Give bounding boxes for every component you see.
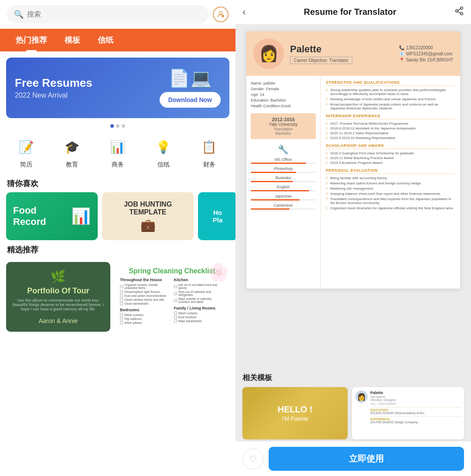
user-icon[interactable]: ID xyxy=(213,7,229,22)
banner-download-btn[interactable]: Download Now xyxy=(160,92,221,108)
email-icon: 📧 xyxy=(399,51,404,56)
award-3: 2015.4 Academic Progress Award xyxy=(326,161,455,165)
spring-item-4: Clean window tracks and sills xyxy=(120,298,171,301)
tour-title: Portfolio Of Tour xyxy=(27,286,89,296)
featured-card-tour[interactable]: 🌿 Portfolio Of Tour Use this album to co… xyxy=(6,262,110,332)
svg-point-5 xyxy=(461,13,463,15)
card-job-hunting[interactable]: JOB HUNTINGTEMPLATE 💼 xyxy=(102,192,194,240)
skills-icon: 🔧 xyxy=(251,144,316,155)
resume-address: 📍 Sandy Bln 15/F,BRIGHT xyxy=(399,58,453,62)
card-food-record[interactable]: FoodRecord 📊 xyxy=(6,192,98,240)
strength-1: Strong leadership qualities,able to sche… xyxy=(326,88,455,96)
search-bar[interactable]: 🔍 xyxy=(7,5,208,24)
info-name: Name: palette xyxy=(251,81,316,85)
featured-card-spring[interactable]: 🌸 Spring Cleaning Checklist Throughout t… xyxy=(115,262,229,332)
food-record-text: FoodRecord xyxy=(13,205,71,228)
cat-finance-label: 财务 xyxy=(203,161,215,169)
edu-degree: Bachelor xyxy=(254,131,312,136)
cat-business-icon: 📊 xyxy=(106,136,129,158)
resume-phone: 📞 13912220000 xyxy=(399,45,453,50)
skill-bar-cantonese xyxy=(251,208,316,210)
dot-1 xyxy=(110,124,114,128)
teal-card-text: HoPla xyxy=(209,205,226,227)
info-edu: Education: Bachelor xyxy=(251,98,316,102)
resume-edu-block: 2012-1016 Yale University Translation Ba… xyxy=(251,113,316,139)
cat-resume[interactable]: 📝 简历 xyxy=(15,136,38,169)
tab-stationery[interactable]: 信纸 xyxy=(89,29,122,51)
palette-section-edu: EDUCATION xyxy=(370,407,461,411)
palette-edu-detail: 2013/09-2016/06 China Academy of Art... xyxy=(370,411,461,415)
edu-uni: Yale University xyxy=(254,122,312,127)
tab-template[interactable]: 模板 xyxy=(56,29,89,51)
cat-stationery-label: 信纸 xyxy=(157,161,170,169)
personal-3: Mastering risk management. xyxy=(326,187,455,190)
strength-2: Working knowledge of both written and ve… xyxy=(326,97,455,101)
resume-right-col: STRENGTHS AND QUALIFICATIONS Strong lead… xyxy=(321,76,460,289)
spring-item-1: Organize closets, donate unwanted items xyxy=(120,283,171,289)
resume-card: 👩 Palette Career Objective: Translator 📞… xyxy=(246,31,460,289)
spring-flower-icon: 🌸 xyxy=(208,262,229,282)
banner-illustration: 📄💻 xyxy=(168,68,212,88)
hello-text: HELLO ! xyxy=(278,405,313,415)
card-row-guess: FoodRecord 📊 JOB HUNTINGTEMPLATE 💼 HoPla xyxy=(0,192,236,240)
dot-2 xyxy=(116,124,119,128)
cat-stationery-icon: 💡 xyxy=(152,136,175,158)
resume-objective: Career Objective: Translator xyxy=(290,57,352,64)
resume-preview-wrap: 👩 Palette Career Objective: Translator 📞… xyxy=(236,24,471,367)
palette-tel: TEL: 14001000000 xyxy=(370,402,461,405)
svg-line-7 xyxy=(458,9,461,10)
tour-name: Aaron & Annie xyxy=(39,317,78,324)
search-input[interactable] xyxy=(27,10,201,18)
spring-col-house-title: Throughout the House xyxy=(120,278,171,282)
right-panel-title: Resume for Translator xyxy=(251,7,449,17)
svg-point-4 xyxy=(456,10,458,12)
job-hunting-text: JOB HUNTINGTEMPLATE xyxy=(124,201,172,216)
nav-tabs: 热门推荐 模板 信纸 xyxy=(0,29,236,51)
heart-button[interactable]: ♡ xyxy=(242,449,263,469)
cat-resume-label: 简历 xyxy=(20,161,32,169)
skill-english: English xyxy=(251,185,316,189)
skill-bar-ms-office xyxy=(251,163,316,164)
card-teal[interactable]: HoPla xyxy=(198,192,236,240)
cat-education-label: 教育 xyxy=(66,161,78,169)
dot-3 xyxy=(122,124,125,128)
exp-2: 2016-9-2016.12 Assistant to the Japanese… xyxy=(326,126,455,130)
cat-business[interactable]: 📊 商务 xyxy=(106,136,129,169)
exp-3: 2015.11-2016.2 Sales Representative xyxy=(326,131,455,135)
spring-k-3: Wipe outside of cabinets, counters and t… xyxy=(174,297,225,303)
cat-finance-icon: 📋 xyxy=(198,136,221,158)
tour-icon: 🌿 xyxy=(51,269,66,284)
left-panel: 🔍 ID 热门推荐 模板 信纸 Free Resumes 2022 New Ar… xyxy=(0,0,236,476)
edu-dept: Translation xyxy=(254,127,312,131)
use-button[interactable]: 立即使用 xyxy=(269,447,464,471)
cat-stationery[interactable]: 💡 信纸 xyxy=(152,136,175,169)
spring-item-3: Dust and polish doors/windows xyxy=(120,294,171,297)
exp-4: 2015.9-2015.10 Marketing Representative xyxy=(326,136,455,140)
banner-subtitle: 2022 New Arrival xyxy=(15,92,92,99)
cat-education[interactable]: 🎓 教育 xyxy=(61,136,83,169)
resume-skills-block: 🔧 MS Office Photoshop Illustrator Englis… xyxy=(251,144,316,210)
spring-k-2: Toss out of cabinets and refrigerator xyxy=(174,290,225,296)
right-panel: ‹ Resume for Translator 👩 Palette Career… xyxy=(236,0,471,476)
svg-line-6 xyxy=(458,11,461,13)
related-card-palette[interactable]: 👩 Palette Job searchIntention: Designer … xyxy=(352,387,464,439)
section-internship-title: INTERNSHIP EXPERIENCE xyxy=(326,114,455,119)
related-title: 相关模板 xyxy=(242,373,464,383)
award-1: 2016.3 Guanghua First-class Scholarship … xyxy=(326,151,455,155)
banner[interactable]: Free Resumes 2022 New Arrival 📄💻 Downloa… xyxy=(6,58,229,118)
back-button[interactable]: ‹ xyxy=(242,7,246,18)
spring-col-living-title: Family / Living Rooms xyxy=(174,306,225,310)
svg-point-3 xyxy=(461,7,463,10)
palette-name-sm: Palette xyxy=(370,391,461,395)
tab-hot[interactable]: 热门推荐 xyxy=(7,29,56,51)
cat-finance[interactable]: 📋 财务 xyxy=(198,136,221,169)
hello-sub-text: I'M Palette xyxy=(282,415,308,422)
svg-point-0 xyxy=(219,11,222,14)
share-button[interactable] xyxy=(454,6,464,18)
related-card-hello[interactable]: HELLO ! I'M Palette xyxy=(242,387,348,439)
resume-contacts: 📞 13912220000 📧 WPS12345@gmail.com 📍 San… xyxy=(399,45,453,62)
personal-2: Mastering share option,futures and forei… xyxy=(326,181,455,185)
spring-item-5: Clean windowsills xyxy=(120,302,171,305)
personal-4: Grasping balance sheet,cash flow report … xyxy=(326,192,455,196)
phone-icon: 📞 xyxy=(399,45,404,50)
